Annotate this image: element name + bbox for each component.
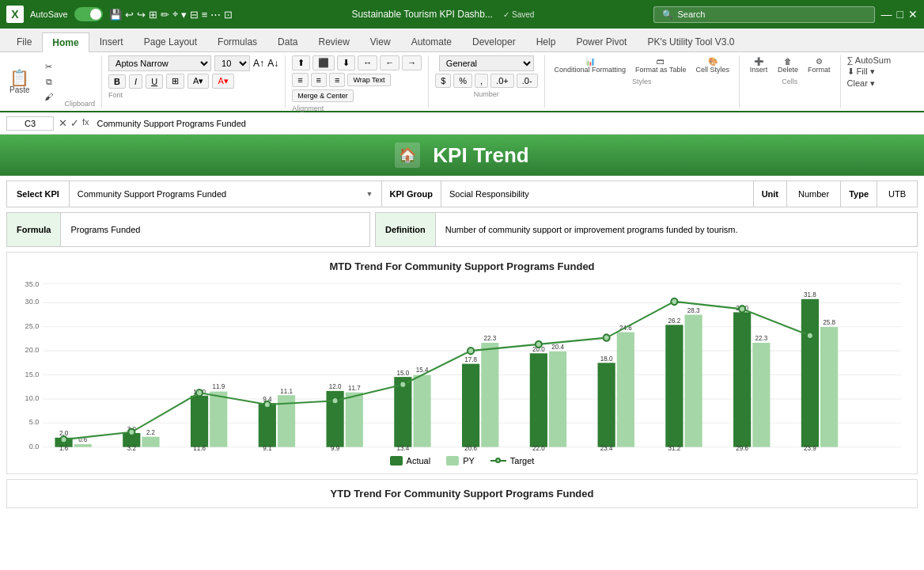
svg-text:11.7: 11.7	[348, 385, 361, 392]
tab-data[interactable]: Data	[267, 32, 308, 51]
tab-home[interactable]: Home	[42, 32, 89, 52]
legend-py: PY	[446, 456, 475, 466]
autosum-button[interactable]: ∑ AutoSum	[847, 55, 892, 65]
font-grow-icon[interactable]: A↑	[253, 58, 264, 69]
toolbar-icons: 💾 ↩ ↪ ⊞ ✏ ⌖ ▾ ⊟ ≡ ⋯ ⊡	[109, 8, 233, 21]
redo-icon[interactable]: ↪	[137, 9, 146, 21]
comma-button[interactable]: ,	[475, 74, 488, 88]
indent-inc-button[interactable]: →	[402, 55, 422, 70]
more-icon[interactable]: ▾	[181, 9, 187, 21]
align-bottom-button[interactable]: ⬇	[337, 55, 355, 70]
indent-dec-button[interactable]: ←	[380, 55, 400, 70]
svg-text:20.4: 20.4	[551, 344, 564, 351]
ytd-title: YTD Trend For Community Support Programs…	[7, 480, 917, 507]
bar-py-mar	[210, 392, 227, 447]
percent-button[interactable]: %	[453, 74, 472, 88]
font-name-select[interactable]: Aptos Narrow	[108, 55, 211, 71]
bars-icon[interactable]: ≡	[202, 9, 208, 21]
copy-button[interactable]: ⧉	[36, 75, 62, 89]
format-table-button[interactable]: 🗃 Format as Table	[632, 55, 689, 75]
maximize-icon[interactable]: □	[897, 8, 903, 21]
table-view-icon[interactable]: ⊟	[190, 9, 199, 21]
align-right-button[interactable]: ≡	[329, 73, 345, 87]
wrap-text-button[interactable]: Wrap Text	[347, 74, 390, 86]
tab-file[interactable]: File	[6, 32, 42, 51]
cells-label: Cells	[782, 78, 797, 86]
insert-function-icon[interactable]: fx	[82, 117, 89, 129]
format-painter-button[interactable]: 🖌	[36, 90, 62, 103]
undo-icon[interactable]: ↩	[125, 9, 134, 21]
align-center-button[interactable]: ≡	[311, 73, 327, 87]
font-color-button[interactable]: A▾	[212, 74, 233, 89]
legend-target: Target	[490, 456, 535, 466]
delete-button[interactable]: 🗑 Delete	[774, 55, 801, 75]
cancel-formula-icon[interactable]: ✕	[59, 117, 67, 129]
toggle-knob	[90, 9, 101, 20]
tab-pk-utility[interactable]: PK's Utility Tool V3.0	[637, 32, 744, 51]
cut-button[interactable]: ✂	[36, 60, 62, 74]
paste-button[interactable]: 📋 Paste	[6, 68, 33, 96]
close-icon[interactable]: ✕	[908, 8, 918, 21]
format-button[interactable]: ⚙ Format	[805, 55, 834, 75]
chart-area: 0.0 5.0 10.0 15.0 20.0 25.0 30.0 35.0 2.…	[15, 279, 909, 453]
cell-styles-button[interactable]: 🎨 Cell Styles	[692, 55, 733, 75]
kpi-dropdown-arrow[interactable]: ▼	[366, 190, 373, 198]
cell-reference[interactable]: C3	[6, 116, 54, 131]
font-size-select[interactable]: 10	[214, 55, 250, 71]
insert-button[interactable]: ➕ Insert	[746, 55, 771, 75]
bar-actual-dec	[801, 299, 819, 447]
search-box[interactable]: 🔍 Search	[653, 6, 875, 23]
dots-icon[interactable]: ⋯	[210, 9, 221, 21]
tab-review[interactable]: Review	[308, 32, 359, 51]
fill-color-button[interactable]: A▾	[187, 74, 209, 89]
border-button[interactable]: ⊞	[166, 74, 184, 89]
dec-dec-button[interactable]: .0-	[517, 74, 538, 88]
tab-help[interactable]: Help	[526, 32, 566, 51]
svg-text:3.2: 3.2	[127, 445, 137, 452]
tab-developer[interactable]: Developer	[462, 32, 526, 51]
expand-icon[interactable]: ⊡	[224, 9, 233, 21]
tab-power-pivot[interactable]: Power Pivot	[566, 32, 637, 51]
tab-formulas[interactable]: Formulas	[207, 32, 267, 51]
svg-text:15.0: 15.0	[396, 369, 409, 376]
pointer-icon[interactable]: ⌖	[172, 8, 178, 21]
bold-button[interactable]: B	[108, 74, 126, 89]
align-top-button[interactable]: ⬆	[292, 55, 310, 70]
autosave-toggle[interactable]	[74, 7, 103, 21]
clear-button[interactable]: Clear ▾	[847, 78, 892, 89]
fill-button[interactable]: ⬇ Fill ▾	[847, 66, 892, 77]
tab-view[interactable]: View	[360, 32, 401, 51]
underline-button[interactable]: U	[146, 74, 163, 89]
align-left-button[interactable]: ≡	[292, 73, 308, 87]
conditional-format-button[interactable]: 📊 Conditional Formatting	[551, 55, 630, 75]
pen-icon[interactable]: ✏	[161, 9, 169, 21]
dec-inc-button[interactable]: .0+	[490, 74, 514, 88]
text-direction-button[interactable]: ↔	[358, 55, 377, 70]
cells-group: ➕ Insert 🗑 Delete ⚙ Format Cells	[746, 55, 841, 108]
tab-insert[interactable]: Insert	[89, 32, 134, 51]
svg-text:11.1: 11.1	[280, 387, 293, 394]
align-middle-button[interactable]: ⬛	[312, 55, 335, 70]
grid-icon[interactable]: ⊞	[149, 9, 157, 21]
bar-py-dec	[820, 327, 838, 447]
bar-actual-nov	[733, 312, 751, 446]
merge-center-button[interactable]: Merge & Center	[292, 89, 354, 102]
styles-icon: 🎨	[708, 57, 718, 66]
font-shrink-icon[interactable]: A↓	[267, 58, 278, 69]
minimize-icon[interactable]: —	[881, 8, 892, 21]
italic-button[interactable]: I	[129, 74, 142, 89]
tab-page-layout[interactable]: Page Layout	[134, 32, 207, 51]
window-controls[interactable]: — □ ✕	[881, 8, 918, 21]
svg-text:9.1: 9.1	[263, 445, 272, 452]
autosave-label: AutoSave	[30, 10, 68, 19]
currency-button[interactable]: $	[435, 74, 451, 88]
confirm-formula-icon[interactable]: ✓	[70, 117, 79, 129]
save-icon[interactable]: 💾	[109, 9, 122, 21]
ribbon: 📋 Paste ✂ ⧉ 🖌 Clipboard Aptos Narrow 10 …	[0, 52, 924, 112]
formula-input[interactable]: Community Support Programs Funded	[94, 117, 918, 130]
tab-automate[interactable]: Automate	[401, 32, 462, 51]
number-format-select[interactable]: General	[439, 55, 534, 71]
table-icon: 🗃	[657, 57, 665, 66]
home-icon[interactable]: 🏠	[395, 142, 420, 168]
kpi-value[interactable]: Community Support Programs Funded ▼	[70, 181, 382, 207]
